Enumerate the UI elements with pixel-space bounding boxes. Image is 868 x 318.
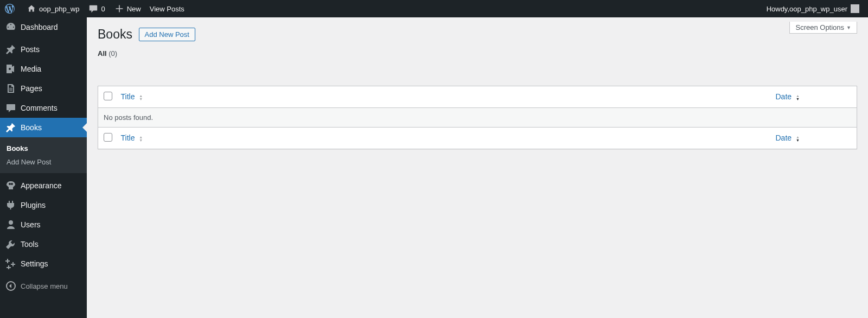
select-all-checkbox-bottom[interactable] [104,133,112,142]
comments-count: 0 [101,5,105,13]
filter-all-link[interactable]: All (0) [98,49,117,58]
menu-item-books[interactable]: Books Books Add New Post [0,118,87,173]
collapse-menu[interactable]: Collapse menu [0,276,87,296]
select-all-checkbox-top[interactable] [104,92,112,100]
sort-icon: ▲▼ [796,94,800,101]
wp-logo-link[interactable] [0,0,22,17]
collapse-icon [5,281,16,291]
sort-icon: ▲▼ [139,136,143,142]
admin-bar-left: oop_php_wp 0 New View Posts [0,0,189,17]
menu-item-appearance[interactable]: Appearance [0,176,87,195]
main-wrap: Books Add New Post All (0) Title ▲▼ Date [87,0,868,149]
submenu-books: Books Add New Post [0,137,87,173]
admin-bar-right: Howdy, oop_php_wp_user [762,0,868,17]
select-all-header [98,86,116,107]
menu-label: Comments [21,104,58,112]
comments-bubble-link[interactable]: 0 [84,0,109,17]
site-name-link[interactable]: oop_php_wp [22,0,84,17]
menu-item-users[interactable]: Users [0,215,87,234]
comment-icon [88,3,99,14]
submenu-item-books[interactable]: Books [0,142,87,155]
menu-item-dashboard[interactable]: Dashboard [0,17,87,37]
menu-item-plugins[interactable]: Plugins [0,195,87,215]
add-new-post-button[interactable]: Add New Post [139,28,195,41]
collapse-label: Collapse menu [21,282,68,290]
menu-label: Tools [21,240,39,249]
status-filter-list: All (0) [98,49,857,58]
howdy-prefix: Howdy, [767,5,789,13]
screen-options-label: Screen Options [795,23,844,31]
screen-options-button[interactable]: Screen Options [789,22,857,34]
column-footer-title[interactable]: Title ▲▼ [116,127,770,149]
posts-list-table: Title ▲▼ Date ▲▼ No posts found. Title [98,86,857,149]
screen-options-wrap: Screen Options [789,17,857,34]
pin-icon [5,122,16,133]
column-footer-date[interactable]: Date ▲▼ [770,127,857,149]
menu-label: Plugins [21,201,46,209]
filter-all-label: All [98,49,107,58]
menu-item-media[interactable]: Media [0,59,87,79]
new-label: New [127,5,141,13]
avatar [851,4,859,13]
menu-label: Settings [21,259,48,268]
sort-icon: ▲▼ [796,136,800,142]
menu-label: Books [21,123,42,132]
column-date-label: Date [776,133,792,142]
menu-label: Dashboard [21,23,58,31]
my-account-link[interactable]: Howdy, oop_php_wp_user [762,0,864,17]
dashboard-icon [5,22,16,33]
filter-all-count: (0) [108,49,117,58]
user-display-name: oop_php_wp_user [789,5,847,13]
menu-item-tools[interactable]: Tools [0,234,87,254]
column-title-label: Title [121,133,135,142]
new-content-link[interactable]: New [110,0,145,17]
admin-bar: oop_php_wp 0 New View Posts Howdy, oop_p… [0,0,868,17]
column-header-date[interactable]: Date ▲▼ [770,86,857,107]
pages-icon [5,83,16,94]
column-title-label: Title [121,92,135,101]
menu-label: Media [21,65,41,73]
page-title: Books [98,22,132,45]
tools-icon [5,239,16,250]
table-row-empty: No posts found. [98,107,857,127]
home-icon [26,3,37,14]
menu-item-pages[interactable]: Pages [0,79,87,98]
appearance-icon [5,180,16,191]
menu-label: Users [21,220,41,229]
column-header-title[interactable]: Title ▲▼ [116,86,770,107]
media-icon [5,63,16,74]
select-all-footer [98,127,116,149]
view-posts-link[interactable]: View Posts [145,0,189,17]
pin-icon [5,44,16,55]
submenu-item-add-new[interactable]: Add New Post [0,155,87,169]
site-name: oop_php_wp [39,5,79,13]
view-posts-label: View Posts [150,5,184,13]
menu-item-comments[interactable]: Comments [0,98,87,118]
menu-label: Appearance [21,181,62,190]
sort-icon: ▲▼ [139,94,143,101]
plugins-icon [5,200,16,211]
menu-label: Pages [21,84,42,93]
users-icon [5,219,16,230]
menu-item-posts[interactable]: Posts [0,40,87,59]
menu-item-settings[interactable]: Settings [0,254,87,274]
no-posts-message: No posts found. [98,107,857,127]
comments-icon [5,103,16,113]
wordpress-logo-icon [4,3,15,14]
menu-label: Posts [21,45,40,54]
plus-icon [114,3,125,14]
admin-menu: Dashboard Posts Media [0,17,87,318]
column-date-label: Date [776,92,792,101]
settings-icon [5,258,16,269]
